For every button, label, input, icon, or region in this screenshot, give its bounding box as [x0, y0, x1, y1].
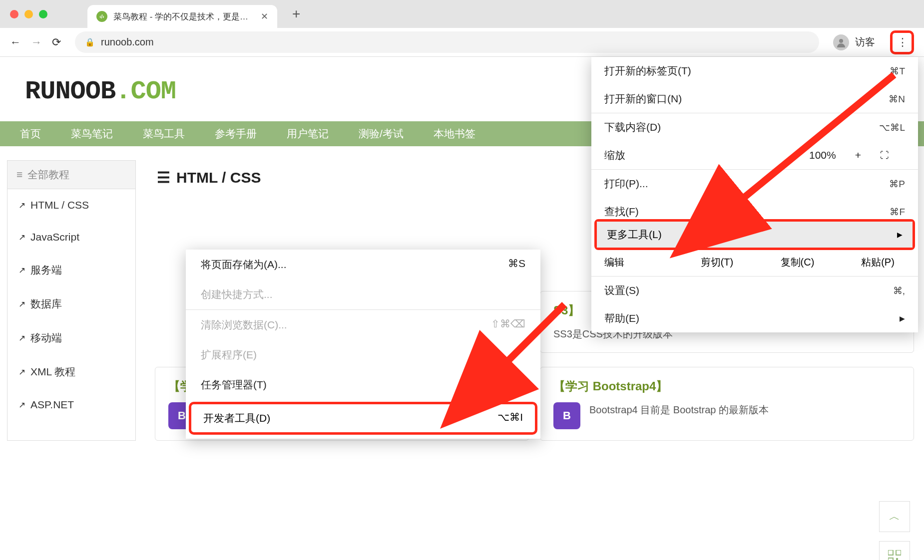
close-window-button[interactable]	[10, 10, 18, 18]
submenu-devtools-highlight: 开发者工具(D)⌥⌘I	[189, 402, 537, 435]
nav-bookmarks[interactable]: 本地书签	[434, 127, 475, 141]
lock-icon: 🔒	[85, 37, 95, 47]
qr-code-button[interactable]	[879, 541, 910, 560]
float-buttons: ︿	[879, 501, 910, 560]
sidebar-item-js[interactable]: ↗JavaScript	[7, 221, 135, 253]
card-bootstrap4[interactable]: 【学习 Bootstrap4】 B Bootstrap4 目前是 Bootstr…	[540, 367, 914, 441]
sidebar-item-server[interactable]: ↗服务端	[7, 253, 135, 287]
external-link-icon: ↗	[18, 200, 25, 211]
profile-area[interactable]: 访客	[833, 34, 875, 50]
menu-help[interactable]: 帮助(E)▶	[591, 304, 918, 332]
svg-line-7	[729, 75, 894, 210]
svg-point-0	[839, 39, 843, 43]
external-link-icon: ↗	[18, 333, 25, 343]
browser-toolbar: ← → ⟳ 🔒 runoob.com 访客 ⋮	[0, 28, 924, 57]
scroll-top-button[interactable]: ︿	[879, 501, 910, 532]
back-button[interactable]: ←	[10, 36, 21, 49]
hamburger-icon: ≡	[16, 172, 22, 178]
address-bar[interactable]: 🔒 runoob.com	[75, 31, 819, 53]
reload-button[interactable]: ⟳	[52, 36, 61, 49]
card-title: 【学习 Bootstrap4】	[553, 378, 901, 394]
card-desc: Bootstrap4 目前是 Bootstrap 的最新版本	[589, 402, 769, 417]
external-link-icon: ↗	[18, 265, 25, 276]
kebab-menu-icon[interactable]: ⋮	[897, 36, 907, 49]
menu-cut[interactable]: 剪切(T)	[677, 249, 757, 276]
traffic-lights	[10, 10, 47, 18]
nav-home[interactable]: 首页	[20, 127, 41, 141]
menu-paste[interactable]: 粘贴(P)	[838, 249, 918, 276]
nav-reference[interactable]: 参考手册	[215, 127, 257, 141]
profile-avatar-icon	[833, 34, 849, 50]
chrome-menu-button-highlight: ⋮	[890, 30, 914, 54]
minimize-window-button[interactable]	[24, 10, 33, 18]
sidebar: ≡ 全部教程 ↗HTML / CSS ↗JavaScript ↗服务端 ↗数据库…	[7, 160, 136, 441]
external-link-icon: ↗	[18, 400, 25, 410]
logo-part2: .COM	[115, 77, 176, 106]
url-text: runoob.com	[101, 36, 154, 48]
sidebar-item-html[interactable]: ↗HTML / CSS	[7, 189, 135, 221]
nav-tools[interactable]: 菜鸟工具	[143, 127, 185, 141]
menu-copy[interactable]: 复制(C)	[757, 249, 838, 276]
browser-tab[interactable]: ‹/› 菜鸟教程 - 学的不仅是技术，更是… ✕	[87, 5, 277, 28]
tab-favicon-icon: ‹/›	[96, 11, 107, 22]
external-link-icon: ↗	[18, 232, 25, 243]
sidebar-head-label: 全部教程	[27, 168, 69, 182]
svg-rect-2	[896, 550, 901, 555]
sidebar-head: ≡ 全部教程	[7, 161, 135, 189]
browser-tab-strip: ‹/› 菜鸟教程 - 学的不仅是技术，更是… ✕ +	[0, 0, 924, 28]
nav-quiz[interactable]: 测验/考试	[359, 127, 404, 141]
annotation-arrow-1	[709, 65, 909, 227]
sidebar-item-xml[interactable]: ↗XML 教程	[7, 355, 135, 389]
profile-label: 访客	[855, 35, 875, 49]
menu-settings[interactable]: 设置(S)⌘,	[591, 277, 918, 304]
maximize-window-button[interactable]	[39, 10, 47, 18]
sidebar-item-mobile[interactable]: ↗移动端	[7, 321, 135, 355]
external-link-icon: ↗	[18, 367, 25, 377]
bootstrap-icon: B	[553, 402, 580, 429]
forward-button[interactable]: →	[31, 36, 42, 49]
submenu-devtools[interactable]: 开发者工具(D)⌥⌘I	[191, 404, 535, 432]
sidebar-item-asp[interactable]: ↗ASP.NET	[7, 389, 135, 421]
svg-rect-1	[888, 550, 893, 555]
tab-title: 菜鸟教程 - 学的不仅是技术，更是…	[113, 11, 248, 22]
logo-part1: RUNOOB	[25, 77, 115, 106]
sidebar-item-db[interactable]: ↗数据库	[7, 287, 135, 321]
menu-edit-row: 编辑 剪切(T) 复制(C) 粘贴(P)	[591, 249, 918, 276]
svg-line-9	[494, 304, 564, 374]
chevron-right-icon: ▶	[900, 314, 905, 322]
nav-usernotes[interactable]: 用户笔记	[287, 127, 329, 141]
external-link-icon: ↗	[18, 299, 25, 309]
svg-rect-4	[896, 558, 898, 560]
annotation-arrow-2	[479, 294, 579, 396]
chevron-right-icon: ▶	[897, 231, 903, 239]
nav-notes[interactable]: 菜鸟笔记	[71, 127, 113, 141]
list-icon: ☰	[157, 173, 170, 182]
submenu-save-as[interactable]: 将页面存储为(A)...⌘S	[186, 250, 540, 280]
svg-rect-3	[888, 558, 893, 560]
new-tab-button[interactable]: +	[292, 6, 300, 22]
close-tab-icon[interactable]: ✕	[261, 11, 268, 22]
